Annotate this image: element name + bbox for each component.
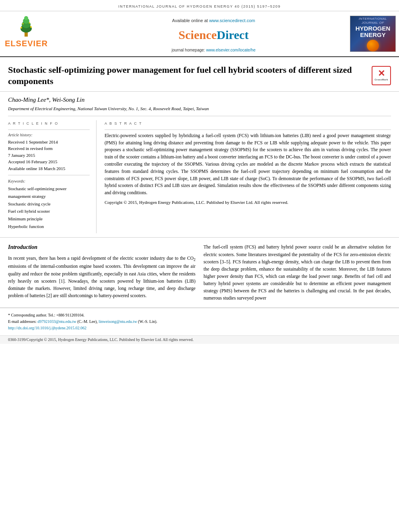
crossmark-icon: ✕ bbox=[378, 69, 385, 78]
elsevier-logo: ELSEVIER bbox=[5, 16, 48, 49]
keywords-list: Stochastic self-optimizing powermanageme… bbox=[8, 185, 90, 230]
svg-point-6 bbox=[30, 26, 32, 28]
journal-citation: INTERNATIONAL JOURNAL OF HYDROGEN ENERGY… bbox=[118, 4, 281, 8]
issn-text: 0360-3199/Copyright © 2015, Hydrogen Ene… bbox=[8, 337, 193, 342]
introduction-heading: Introduction bbox=[8, 243, 195, 251]
article-title: Stochastic self-optimizing power managem… bbox=[8, 64, 372, 87]
history-label: Article history: bbox=[8, 132, 90, 138]
email1-link[interactable]: d97921033@ntu.edu.tw bbox=[37, 319, 76, 324]
main-body: Introduction In recent years, there has … bbox=[0, 237, 399, 302]
abstract-divider bbox=[105, 129, 391, 130]
email-line: E-mail addresses: d97921033@ntu.edu.tw (… bbox=[8, 318, 391, 325]
svg-point-8 bbox=[29, 23, 30, 24]
email-label: E-mail addresses: bbox=[8, 319, 37, 324]
title-section: Stochastic self-optimizing power managem… bbox=[0, 57, 399, 92]
journal-cover-orb-icon bbox=[367, 40, 379, 51]
elsevier-wordmark: ELSEVIER bbox=[5, 38, 48, 49]
corresponding-author-note: * Corresponding author. Tel.: +886 91126… bbox=[8, 312, 391, 318]
keyword-5: Hyperbolic function bbox=[8, 223, 90, 230]
doi-link[interactable]: http://dx.doi.org/10.1016/j.ijhydene.201… bbox=[8, 326, 86, 330]
intro-left-col: Introduction In recent years, there has … bbox=[8, 243, 195, 302]
sd-direct-text: Direct bbox=[217, 28, 249, 41]
footer-section: * Corresponding author. Tel.: +886 91126… bbox=[0, 308, 399, 334]
article-history: Article history: Received 1 September 20… bbox=[8, 132, 90, 172]
keyword-2: Stochastic driving cycle bbox=[8, 200, 90, 208]
copyright-notice: Copyright © 2015, Hydrogen Energy Public… bbox=[105, 199, 391, 206]
sciencedirect-logo: ScienceDirect bbox=[179, 27, 249, 43]
email1-name: (C.-M. Lee), bbox=[77, 319, 98, 324]
email2-name: (W.-S. Lin). bbox=[138, 319, 157, 324]
article-info-label: A R T I C L E I N F O bbox=[8, 121, 90, 126]
issn-line: 0360-3199/Copyright © 2015, Hydrogen Ene… bbox=[0, 335, 399, 344]
available-online-date: Available online 18 March 2015 bbox=[8, 165, 90, 172]
journal-homepage-link[interactable]: www.elsevier.com/locate/he bbox=[206, 48, 255, 52]
header: ELSEVIER Available online at www.science… bbox=[0, 11, 399, 57]
info-divider-top bbox=[8, 129, 90, 130]
authors-text: Chao-Ming Lee*, Wei-Song Lin bbox=[8, 97, 84, 103]
revised-date: 7 January 2015 bbox=[8, 152, 90, 159]
keyword-1: Stochastic self-optimizing powermanageme… bbox=[8, 185, 90, 200]
elsevier-tree-icon bbox=[14, 16, 38, 38]
crossmark-widget[interactable]: ✕ CrossMark bbox=[372, 66, 391, 85]
revised-label: Received in revised form bbox=[8, 145, 90, 152]
journal-homepage-area: journal homepage: www.elsevier.com/locat… bbox=[172, 47, 255, 53]
abstract-label: A B S T R A C T bbox=[105, 121, 391, 126]
intro-right-col: The fuel-cell system (FCS) and battery h… bbox=[204, 243, 391, 302]
svg-point-7 bbox=[23, 23, 24, 25]
introduction-right-text: The fuel-cell system (FCS) and battery h… bbox=[204, 243, 391, 302]
info-divider-keywords bbox=[8, 175, 90, 175]
crossmark-badge[interactable]: ✕ CrossMark bbox=[372, 66, 391, 85]
accepted-date: Accepted 16 February 2015 bbox=[8, 158, 90, 165]
keywords-group: Keywords: Stochastic self-optimizing pow… bbox=[8, 179, 90, 230]
sciencedirect-area: Available online at www.sciencedirect.co… bbox=[80, 14, 347, 56]
introduction-left-text: In recent years, there has been a rapid … bbox=[8, 255, 195, 299]
keyword-3: Fuel cell hybrid scooter bbox=[8, 207, 90, 215]
crossmark-label: CrossMark bbox=[374, 78, 388, 81]
authors-line: Chao-Ming Lee*, Wei-Song Lin bbox=[8, 96, 391, 104]
abstract-text: Electric-powered scooters supplied by hy… bbox=[105, 132, 391, 206]
available-online-label: Available online at www.sciencedirect.co… bbox=[172, 18, 255, 24]
sciencedirect-url[interactable]: www.sciencedirect.com bbox=[209, 18, 255, 23]
page: INTERNATIONAL JOURNAL OF HYDROGEN ENERGY… bbox=[0, 0, 399, 532]
abstract-col: A B S T R A C T Electric-powered scooter… bbox=[105, 120, 391, 233]
authors-section: Chao-Ming Lee*, Wei-Song Lin Department … bbox=[0, 92, 399, 116]
sd-science-text: Science bbox=[179, 28, 217, 41]
article-info-abstract: A R T I C L E I N F O Article history: R… bbox=[0, 116, 399, 233]
keywords-label: Keywords: bbox=[8, 179, 90, 184]
journal-cover-big: HYDROGENENERGY bbox=[356, 25, 391, 39]
keyword-4: Minimum principle bbox=[8, 215, 90, 223]
publisher-logo-area: ELSEVIER bbox=[0, 14, 80, 56]
journal-cover-image: International Journal of HYDROGENENERGY bbox=[350, 16, 396, 52]
affiliation-line: Department of Electrical Engineering, Na… bbox=[8, 106, 391, 112]
journal-cover-area: International Journal of HYDROGENENERGY bbox=[347, 14, 399, 56]
svg-point-4 bbox=[24, 16, 28, 20]
svg-point-5 bbox=[21, 27, 22, 29]
article-info-col: A R T I C L E I N F O Article history: R… bbox=[8, 120, 97, 233]
received-date: Received 1 September 2014 bbox=[8, 139, 90, 146]
introduction-columns: Introduction In recent years, there has … bbox=[8, 243, 391, 302]
asterisk-note: * Corresponding author. Tel.: +886 91126… bbox=[8, 313, 84, 317]
top-banner: INTERNATIONAL JOURNAL OF HYDROGEN ENERGY… bbox=[0, 0, 399, 11]
email2-link[interactable]: linweisong@ntu.edu.tw bbox=[99, 319, 137, 324]
doi-line: http://dx.doi.org/10.1016/j.ijhydene.201… bbox=[8, 325, 391, 331]
journal-cover-title: International Journal of bbox=[350, 16, 395, 25]
